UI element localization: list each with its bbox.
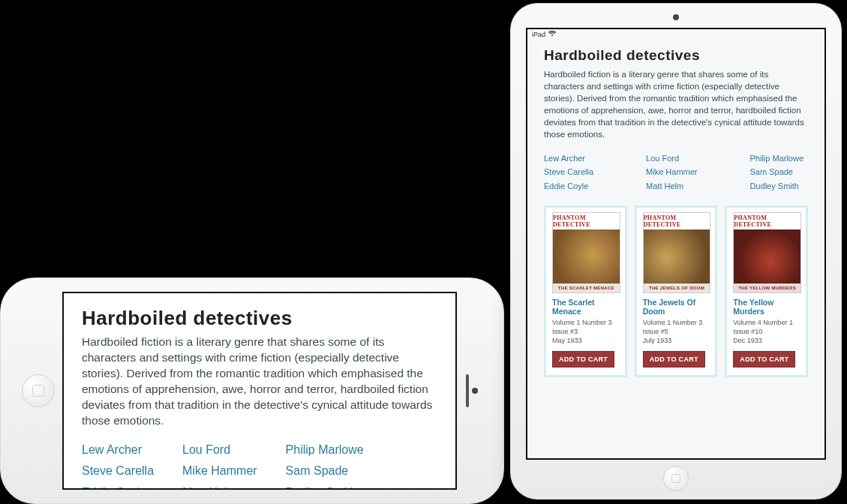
wifi-icon (548, 31, 556, 38)
product-issue: Issue #5 (643, 327, 710, 336)
product-cover-image: PHANTOM DETECTIVE 10 THE JEWELS OF DOOM (643, 212, 711, 293)
detective-link[interactable]: Steve Carella (82, 460, 154, 482)
product-date: Dec 1933 (733, 336, 800, 345)
product-card: PHANTOM DETECTIVE 10 THE JEWELS OF DOOM … (635, 206, 718, 377)
iphone-screen: Hardboiled detectives Hardboiled fiction… (62, 292, 457, 490)
detective-link[interactable]: Lew Archer (544, 152, 593, 166)
product-title-link[interactable]: The Jewels Of Doom (643, 298, 710, 316)
product-date: May 1933 (552, 336, 619, 345)
product-volume: Volume 4 Number 1 (733, 318, 800, 327)
ipad-front-camera (673, 14, 679, 20)
add-to-cart-button[interactable]: ADD TO CART (643, 351, 705, 368)
detective-link[interactable]: Dudley Smith (286, 482, 364, 490)
detective-link[interactable]: Mike Hammer (646, 165, 697, 179)
iphone-speaker (466, 374, 469, 407)
product-issue: Issue #10 (733, 327, 800, 336)
detective-link-columns: Lew Archer Steve Carella Eddie Coyle Lou… (544, 152, 808, 194)
detective-link[interactable]: Eddie Coyle (82, 482, 154, 490)
ipad-status-device-label: iPad (532, 31, 545, 38)
detective-link[interactable]: Lou Ford (646, 152, 697, 166)
product-volume: Volume 1 Number 3 (552, 318, 619, 327)
page-lead-paragraph: Hardboiled fiction is a literary genre t… (544, 68, 808, 141)
ipad-device-frame: iPad Hardboiled detectives Hardboiled fi… (510, 3, 842, 500)
detective-link[interactable]: Philip Marlowe (286, 440, 364, 461)
detective-link-columns: Lew Archer Steve Carella Eddie Coyle Lou… (82, 440, 437, 490)
add-to-cart-button[interactable]: ADD TO CART (733, 351, 795, 368)
cover-magazine-name: PHANTOM DETECTIVE (734, 213, 800, 230)
ipad-status-bar: iPad (527, 29, 824, 40)
detective-link[interactable]: Matt Helm (182, 482, 257, 490)
product-cover-image: PHANTOM DETECTIVE 10 THE YELLOW MURDERS (733, 212, 801, 293)
ipad-home-button[interactable] (663, 466, 689, 491)
detective-link[interactable]: Eddie Coyle (544, 179, 593, 194)
cover-magazine-name: PHANTOM DETECTIVE (553, 213, 620, 230)
product-card: PHANTOM DETECTIVE 10 THE YELLOW MURDERS … (725, 206, 808, 377)
product-title-link[interactable]: The Yellow Murders (733, 298, 800, 316)
detective-link[interactable]: Steve Carella (544, 165, 593, 179)
product-volume: Volume 1 Number 3 (643, 318, 710, 327)
product-card: PHANTOM DETECTIVE 10 THE SCARLET MENACE … (544, 206, 627, 377)
product-date: July 1933 (643, 336, 710, 345)
iphone-device-frame: Hardboiled detectives Hardboiled fiction… (0, 278, 504, 504)
page-lead-paragraph: Hardboiled fiction is a literary genre t… (82, 334, 437, 429)
cover-caption: THE JEWELS OF DOOM (644, 284, 710, 292)
product-title-link[interactable]: The Scarlet Menace (552, 298, 619, 316)
cover-caption: THE SCARLET MENACE (553, 284, 620, 292)
page-title: Hardboiled detectives (82, 307, 437, 330)
detective-link[interactable]: Lew Archer (82, 440, 154, 461)
product-cover-image: PHANTOM DETECTIVE 10 THE SCARLET MENACE (552, 212, 620, 293)
detective-link[interactable]: Sam Spade (750, 165, 804, 179)
page-title: Hardboiled detectives (544, 47, 808, 64)
detective-link[interactable]: Dudley Smith (750, 179, 804, 194)
detective-link[interactable]: Lou Ford (182, 440, 257, 461)
product-issue: Issue #3 (552, 327, 619, 336)
iphone-front-camera (472, 388, 478, 394)
detective-link[interactable]: Sam Spade (286, 460, 364, 482)
iphone-home-button[interactable] (22, 374, 55, 407)
detective-link[interactable]: Matt Helm (646, 179, 697, 194)
cover-caption: THE YELLOW MURDERS (734, 284, 800, 292)
cover-magazine-name: PHANTOM DETECTIVE (644, 213, 710, 230)
ipad-screen: iPad Hardboiled detectives Hardboiled fi… (526, 28, 826, 460)
detective-link[interactable]: Mike Hammer (182, 460, 257, 482)
add-to-cart-button[interactable]: ADD TO CART (552, 351, 614, 368)
product-card-row: PHANTOM DETECTIVE 10 THE SCARLET MENACE … (544, 206, 808, 377)
detective-link[interactable]: Philip Marlowe (750, 152, 804, 166)
